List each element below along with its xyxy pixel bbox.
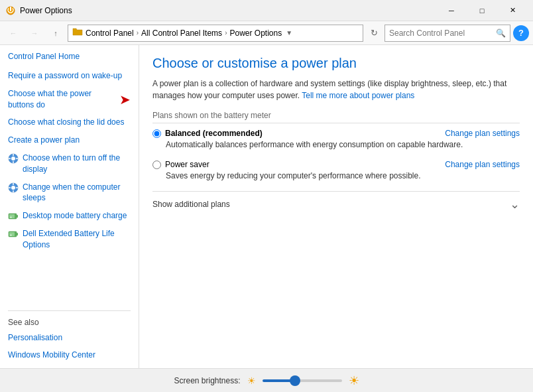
- help-button[interactable]: ?: [513, 25, 529, 41]
- plan-power-saver-radio-label[interactable]: Power saver: [152, 160, 209, 169]
- refresh-button[interactable]: ↻: [366, 25, 382, 41]
- plan-power-saver-name: Power saver: [165, 160, 209, 169]
- sidebar-item-personalisation[interactable]: Personalisation: [8, 332, 131, 344]
- titlebar: Power Options ─ □ ✕: [0, 0, 533, 21]
- chevron-icon[interactable]: ⌄: [510, 197, 520, 212]
- plan-balanced-name: Balanced (recommended): [165, 129, 263, 138]
- svg-point-8: [11, 186, 15, 190]
- sidebar-item-battery-charge-container: + Desktop mode battery charge: [8, 210, 131, 222]
- battery-charge-icon: +: [8, 211, 19, 222]
- sidebar-item-battery-charge[interactable]: Desktop mode battery charge: [23, 210, 127, 222]
- path-current: Power Options: [229, 29, 282, 38]
- see-also-label: See also: [8, 318, 131, 327]
- svg-rect-18: [17, 233, 18, 235]
- plan-balanced-desc: Automatically balances performance with …: [166, 140, 520, 149]
- up-button[interactable]: ↑: [46, 24, 65, 42]
- plan-balanced: Balanced (recommended) Change plan setti…: [152, 129, 520, 149]
- sidebar: Control Panel Home Require a password on…: [0, 45, 139, 392]
- titlebar-controls: ─ □ ✕: [436, 0, 528, 21]
- minimize-button[interactable]: ─: [436, 0, 467, 21]
- sidebar-divider: [8, 310, 131, 311]
- sidebar-item-closing-lid[interactable]: Choose what closing the lid does: [8, 117, 131, 128]
- back-button[interactable]: ←: [4, 24, 23, 42]
- path-dropdown-icon[interactable]: ▼: [286, 29, 292, 36]
- sidebar-item-turn-off-display-container: Choose when to turn off the display: [8, 153, 131, 175]
- sidebar-item-dell-battery-container: + Dell Extended Battery Life Options: [8, 228, 131, 251]
- svg-rect-14: [17, 215, 18, 218]
- sidebar-item-power-buttons-container: Choose what the power buttons do ➤: [8, 88, 131, 111]
- sidebar-item-require-password[interactable]: Require a password on wake-up: [8, 70, 131, 82]
- plan-power-saver-header: Power saver Change plan settings: [152, 160, 520, 169]
- search-input[interactable]: [389, 29, 496, 38]
- display-icon: [8, 153, 19, 164]
- plan-balanced-radio-label[interactable]: Balanced (recommended): [152, 129, 263, 138]
- path-separator-2: ›: [225, 29, 227, 36]
- plan-balanced-header: Balanced (recommended) Change plan setti…: [152, 129, 520, 138]
- section-label: Plans shown on the battery meter: [152, 111, 520, 123]
- plan-balanced-radio[interactable]: [152, 129, 161, 138]
- content-area: Choose or customise a power plan A power…: [139, 45, 533, 392]
- addressbar: ← → ↑ Control Panel › All Control Panel …: [0, 21, 533, 45]
- plan-balanced-change-link[interactable]: Change plan settings: [445, 129, 520, 138]
- sidebar-item-dell-battery[interactable]: Dell Extended Battery Life Options: [23, 228, 131, 251]
- forward-button[interactable]: →: [25, 24, 44, 42]
- main-layout: Control Panel Home Require a password on…: [0, 45, 533, 392]
- sidebar-item-power-buttons[interactable]: Choose what the power buttons do: [8, 88, 117, 111]
- brightness-slider[interactable]: [263, 379, 342, 382]
- plan-power-saver-change-link[interactable]: Change plan settings: [445, 160, 520, 169]
- plan-power-saver-desc: Saves energy by reducing your computer's…: [166, 171, 520, 180]
- svg-point-2: [11, 157, 15, 161]
- sidebar-item-create-plan[interactable]: Create a power plan: [8, 135, 131, 146]
- plan-power-saver: Power saver Change plan settings Saves e…: [152, 160, 520, 180]
- brightness-bar: Screen brightness: ☀ ☀: [0, 368, 533, 392]
- folder-icon: [72, 27, 83, 39]
- sidebar-item-mobility-center[interactable]: Windows Mobility Center: [8, 350, 131, 361]
- svg-text:+: +: [10, 233, 12, 237]
- page-description: A power plan is a collection of hardware…: [152, 78, 520, 101]
- sidebar-item-computer-sleeps-container: Change when the computer sleeps: [8, 182, 131, 204]
- sidebar-item-computer-sleeps[interactable]: Change when the computer sleeps: [23, 182, 131, 204]
- brightness-sun-dim-icon: ☀: [247, 375, 256, 386]
- search-icon: 🔍: [496, 29, 506, 38]
- sidebar-item-turn-off-display[interactable]: Choose when to turn off the display: [23, 153, 131, 175]
- address-path[interactable]: Control Panel › All Control Panel Items …: [68, 25, 363, 42]
- close-button[interactable]: ✕: [497, 0, 528, 21]
- window-title: Power Options: [20, 6, 436, 15]
- path-all-items[interactable]: All Control Panel Items: [141, 29, 222, 38]
- brightness-sun-bright-icon: ☀: [349, 373, 359, 388]
- search-box[interactable]: 🔍: [385, 25, 510, 42]
- show-plans-label: Show additional plans: [152, 200, 230, 209]
- brightness-label: Screen brightness:: [174, 376, 240, 385]
- plan-power-saver-radio[interactable]: [152, 161, 161, 169]
- page-title: Choose or customise a power plan: [152, 56, 520, 71]
- dell-battery-icon: +: [8, 229, 19, 239]
- show-additional-plans[interactable]: Show additional plans ⌄: [152, 191, 520, 212]
- app-icon: [5, 5, 16, 16]
- path-separator-1: ›: [137, 29, 139, 36]
- sidebar-home-link[interactable]: Control Panel Home: [8, 52, 131, 61]
- path-control-panel[interactable]: Control Panel: [86, 29, 134, 38]
- maximize-button[interactable]: □: [467, 0, 497, 21]
- description-link[interactable]: Tell me more about power plans: [302, 91, 414, 100]
- svg-text:+: +: [10, 215, 12, 219]
- red-arrow-indicator: ➤: [119, 93, 131, 106]
- sleep-icon: [8, 182, 19, 193]
